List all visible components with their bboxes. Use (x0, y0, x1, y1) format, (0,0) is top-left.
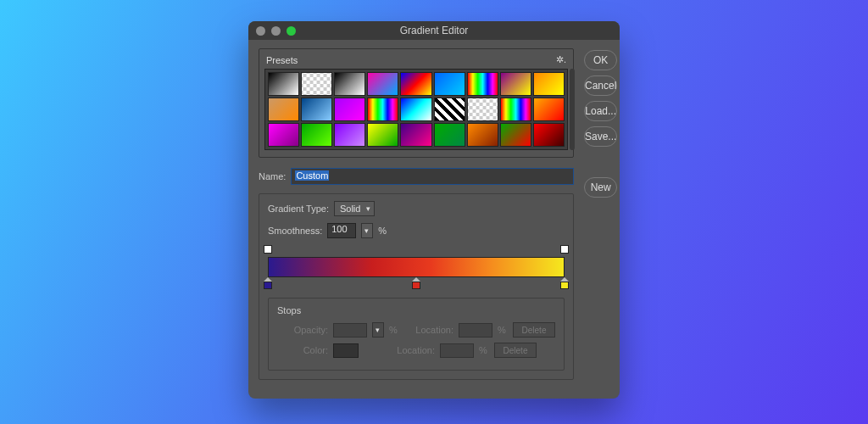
gradient-editor-window: Gradient Editor Presets ✲. Name: Custom (248, 21, 620, 399)
opacity-stop[interactable] (560, 245, 569, 255)
preset-swatch[interactable] (400, 98, 431, 121)
preset-swatch[interactable] (500, 72, 531, 96)
smoothness-input[interactable]: 100 (327, 223, 356, 238)
preset-swatch[interactable] (268, 72, 299, 96)
preset-swatch[interactable] (434, 72, 465, 96)
preset-swatch[interactable] (467, 72, 498, 96)
presets-panel: Presets ✲. (259, 48, 574, 158)
preset-swatch[interactable] (334, 123, 365, 147)
opacity-dropdown (372, 322, 384, 338)
color-swatch (333, 343, 359, 358)
preset-scrollbar[interactable] (570, 69, 575, 150)
color-location-label: Location: (386, 345, 435, 355)
stops-title: Stops (277, 305, 555, 315)
gear-icon[interactable]: ✲. (556, 54, 566, 65)
gradient-ramp (268, 245, 565, 289)
preset-swatch[interactable] (301, 123, 332, 147)
ok-button[interactable]: OK (584, 50, 617, 70)
preset-swatch-grid (264, 69, 568, 150)
preset-swatch[interactable] (500, 98, 531, 121)
presets-label: Presets (266, 55, 298, 65)
preset-swatch[interactable] (268, 123, 299, 147)
preset-swatch[interactable] (268, 98, 299, 121)
opacity-location-label: Location: (404, 325, 453, 335)
preset-swatch[interactable] (533, 123, 565, 147)
new-button[interactable]: New (584, 177, 617, 198)
preset-swatch[interactable] (500, 123, 531, 147)
preset-swatch[interactable] (434, 98, 465, 121)
name-label: Name: (259, 171, 286, 181)
smoothness-dropdown[interactable] (361, 223, 373, 238)
cancel-button[interactable]: Cancel (584, 75, 617, 96)
opacity-delete-button: Delete (513, 322, 555, 338)
color-stop[interactable] (412, 277, 420, 289)
stops-panel: Stops Opacity: % Location: % Delete Colo… (268, 298, 565, 371)
opacity-stop[interactable] (264, 245, 272, 255)
preset-swatch[interactable] (467, 123, 498, 147)
color-stop[interactable] (264, 277, 272, 289)
name-input[interactable]: Custom (291, 168, 574, 185)
titlebar: Gradient Editor (248, 21, 620, 40)
smoothness-label: Smoothness: (268, 226, 322, 236)
preset-swatch[interactable] (367, 123, 398, 147)
preset-swatch[interactable] (434, 123, 465, 147)
smoothness-unit: % (378, 226, 387, 236)
gradient-bar[interactable] (268, 257, 565, 277)
opacity-input (333, 323, 367, 338)
preset-swatch[interactable] (400, 123, 431, 147)
gradient-type-label: Gradient Type: (268, 204, 329, 214)
save-button[interactable]: Save... (584, 126, 617, 147)
color-location-input (440, 343, 474, 358)
preset-swatch[interactable] (467, 98, 498, 121)
opacity-location-input (459, 323, 492, 338)
preset-swatch[interactable] (367, 72, 398, 96)
gradient-type-select[interactable]: Solid (334, 201, 375, 216)
load-button[interactable]: Load... (584, 101, 617, 121)
opacity-label: Opacity: (277, 325, 328, 335)
preset-swatch[interactable] (533, 98, 565, 121)
preset-swatch[interactable] (400, 72, 431, 96)
window-title: Gradient Editor (248, 25, 620, 36)
preset-swatch[interactable] (301, 98, 332, 121)
preset-swatch[interactable] (367, 98, 398, 121)
preset-swatch[interactable] (301, 72, 332, 96)
preset-swatch[interactable] (533, 72, 565, 96)
color-location-unit: % (479, 345, 489, 355)
color-delete-button: Delete (494, 343, 537, 358)
color-label: Color: (277, 345, 328, 355)
preset-swatch[interactable] (334, 72, 365, 96)
opacity-unit: % (389, 325, 399, 335)
opacity-location-unit: % (498, 325, 508, 335)
preset-swatch[interactable] (334, 98, 365, 121)
color-stop[interactable] (560, 277, 569, 289)
